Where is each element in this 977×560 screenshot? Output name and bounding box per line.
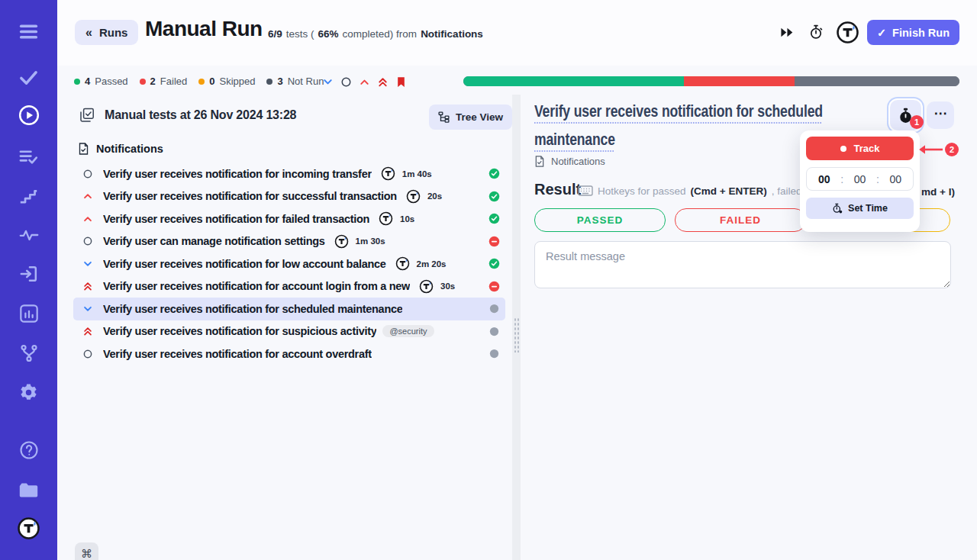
app-window: « Runs Manual Run 6/9 tests ( 66% comple…	[0, 0, 977, 560]
time-input[interactable]: 00 : 00 : 00	[806, 167, 914, 191]
progress-segment-passed	[463, 76, 684, 86]
progress-bar	[463, 76, 959, 86]
chevron-up-icon[interactable]	[359, 76, 370, 88]
sidebar-item-import[interactable]	[0, 261, 57, 287]
status-notrun-icon	[488, 303, 500, 314]
sidebar-item-logo[interactable]	[0, 515, 57, 541]
stopwatch-icon[interactable]	[808, 24, 824, 40]
test-duration: 2m 20s	[417, 259, 447, 269]
status-notrun-icon	[488, 348, 500, 359]
set-time-button[interactable]: Set Time	[806, 198, 914, 219]
failed-button[interactable]: FAILED	[675, 208, 806, 232]
test-title: Verify user receives notification for sc…	[103, 303, 402, 315]
sidebar-item-menu[interactable]	[0, 18, 57, 44]
counter-value: 0	[209, 76, 214, 87]
test-row[interactable]: Verify user receives notification for lo…	[73, 253, 505, 275]
ellipsis-icon: ⋯	[934, 105, 947, 121]
menu-icon	[18, 21, 40, 43]
priority-critical-icon	[82, 281, 93, 291]
test-row[interactable]: Verify user receives notification for sc…	[73, 298, 505, 320]
counter-value: 2	[150, 76, 156, 87]
tag-badge: @security	[382, 325, 434, 337]
counter-failed[interactable]: 2Failed	[140, 76, 188, 87]
test-title: Verify user receives notification for ac…	[103, 280, 410, 292]
sidebar-item-runs[interactable]	[0, 102, 57, 128]
completed-word: completed) from	[343, 28, 418, 40]
chevron-down-icon[interactable]	[322, 76, 334, 88]
keyboard-icon	[578, 185, 593, 197]
minutes-value[interactable]: 00	[854, 173, 866, 185]
hotkeys-mid: , failed	[772, 185, 802, 197]
test-title: Verify user can manage notification sett…	[103, 235, 325, 247]
test-row[interactable]: Verify user receives notification for in…	[73, 163, 505, 185]
sidebar-item-plans[interactable]	[0, 143, 57, 169]
tlogo-icon	[17, 517, 40, 540]
test-duration: 1m 40s	[402, 169, 432, 179]
progress-segment-not-run	[795, 76, 959, 86]
test-title: Verify user receives notification for su…	[103, 190, 397, 202]
counter-passed[interactable]: 4Passed	[74, 76, 128, 87]
status-passed-icon	[488, 191, 500, 202]
hotkeys-hint: Hotkeys for passed (Cmd + ENTER) , faile…	[578, 185, 801, 197]
more-options-button[interactable]: ⋯	[927, 101, 954, 129]
sidebar-item-settings[interactable]	[0, 379, 57, 405]
finish-run-label: Finish Run	[892, 27, 950, 39]
annotation-arrow-icon	[918, 144, 944, 155]
tests-ratio: 6/9	[268, 28, 282, 40]
status-passed-icon	[488, 258, 500, 269]
test-row[interactable]: Verify user receives notification for fa…	[73, 208, 505, 230]
seconds-value[interactable]: 00	[889, 173, 901, 185]
test-row[interactable]: Verify user receives notification for su…	[73, 320, 505, 343]
result-message-input[interactable]	[534, 241, 951, 288]
back-to-runs-button[interactable]: « Runs	[75, 20, 138, 45]
sidebar-item-steps[interactable]	[0, 183, 57, 209]
priority-critical-icon	[82, 326, 93, 336]
sidebar-item-analytics[interactable]	[0, 301, 57, 327]
test-duration: 10s	[400, 214, 414, 224]
chevrons-up-icon[interactable]	[377, 76, 389, 88]
track-button[interactable]: Track	[806, 137, 914, 160]
status-dot-icon	[266, 79, 272, 85]
hours-value[interactable]: 00	[818, 173, 830, 185]
breadcrumb[interactable]: Notifications	[534, 156, 605, 167]
counter-value: 3	[277, 76, 282, 87]
test-row[interactable]: Verify user can manage notification sett…	[73, 230, 505, 253]
counter-not-run[interactable]: 3Not Run	[266, 76, 324, 87]
page-title: Manual Run	[145, 17, 263, 41]
testomat-icon	[395, 256, 410, 271]
branch-icon	[19, 343, 39, 363]
help-icon	[19, 440, 39, 460]
test-detail-title: Verify user receives notification for sc…	[534, 97, 823, 153]
sidebar-item-projects[interactable]	[0, 477, 57, 503]
run-progress-summary: 6/9 tests ( 66% completed) from Notifica…	[268, 28, 483, 40]
sidebar-item-tests[interactable]	[0, 64, 57, 90]
status-passed-icon	[488, 213, 500, 224]
bookmark-icon[interactable]	[395, 76, 407, 88]
check-icon	[18, 67, 39, 88]
sidebar-item-help[interactable]	[0, 437, 57, 463]
test-list: Verify user receives notification for in…	[73, 163, 505, 365]
test-row[interactable]: Verify user receives notification for ac…	[73, 343, 505, 365]
sidebar-item-branches[interactable]	[0, 340, 57, 366]
title-line-1: Verify user receives notification for sc…	[534, 97, 823, 125]
circle-priority-icon[interactable]	[340, 76, 352, 88]
tree-view-button[interactable]: Tree View	[429, 105, 512, 130]
stopwatch-gear-icon	[832, 203, 843, 214]
test-row[interactable]: Verify user receives notification for ac…	[73, 275, 505, 298]
fast-forward-icon[interactable]	[780, 27, 794, 38]
test-row[interactable]: Verify user receives notification for su…	[73, 185, 505, 208]
panel-resize-handle[interactable]	[512, 95, 521, 560]
sidebar-item-pulse[interactable]	[0, 222, 57, 248]
passed-button[interactable]: PASSED	[534, 208, 666, 232]
status-failed-icon	[488, 281, 500, 292]
finish-run-button[interactable]: ✓ Finish Run	[867, 20, 959, 45]
priority-low-icon	[82, 259, 93, 269]
hotkeys-prefix: Hotkeys for passed	[598, 185, 686, 197]
counter-skipped[interactable]: 0Skipped	[198, 76, 255, 87]
command-hotkey-chip[interactable]: ⌘	[75, 542, 98, 560]
tests-word: tests (	[286, 28, 314, 40]
suite-header[interactable]: Notifications	[78, 143, 163, 155]
steps-icon	[19, 187, 38, 206]
run-title: Manual tests at 26 Nov 2024 13:28	[105, 108, 296, 122]
time-separator: :	[840, 173, 843, 185]
